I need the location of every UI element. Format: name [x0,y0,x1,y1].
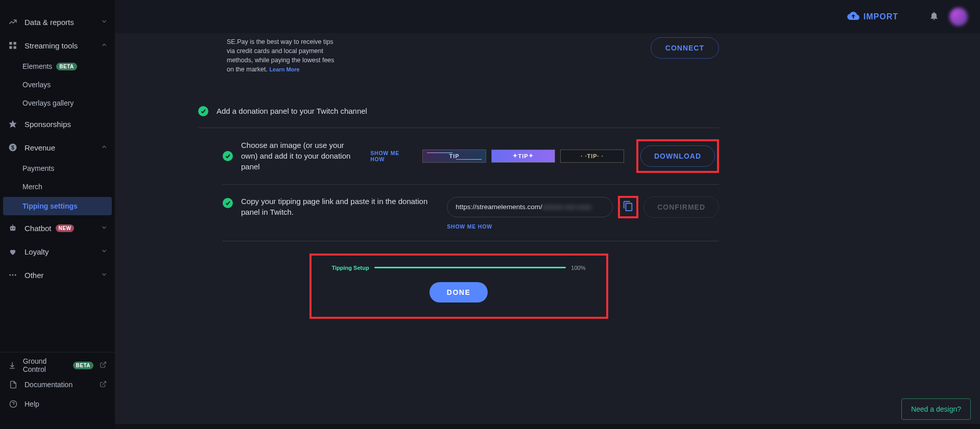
step-choose-image: Choose an image (or use your own) and ad… [198,128,719,184]
svg-line-16 [103,381,106,384]
sidebar-item-merch[interactable]: Merch [0,178,115,196]
external-link-icon [100,361,107,370]
label: Help [25,400,39,408]
check-circle-icon [223,151,233,161]
done-button[interactable]: DONE [429,282,488,302]
chevron-up-icon [101,41,108,50]
sidebar-item-elements[interactable]: Elements BETA [0,57,115,75]
step-description: Choose an image (or use your own) and ad… [241,140,354,172]
label: Chatbot [25,224,52,233]
step-description: Copy your tipping page link and paste it… [241,196,437,218]
show-me-how-link[interactable]: SHOW ME HOW [370,150,414,162]
svg-marker-4 [9,120,17,128]
step-title: Add a donation panel to your Twitch chan… [217,107,367,115]
label: Sponsorships [25,120,71,129]
svg-rect-3 [14,46,16,49]
tip-panel-options: TIP ✦ TIP ✦ · · TIP · · [422,149,624,163]
import-button[interactable]: IMPORT [847,10,898,24]
progress-percent: 100% [571,265,585,271]
beta-badge: BETA [73,362,93,369]
sidebar-item-payments[interactable]: Payments [0,159,115,178]
connect-button[interactable]: CONNECT [651,37,719,59]
progress-bar [374,267,566,268]
chevron-down-icon [101,247,108,256]
sepay-description: SE.Pay is the best way to receive tips v… [227,37,337,74]
chevron-down-icon [101,224,108,233]
svg-line-15 [103,362,106,365]
sidebar-item-tipping-settings[interactable]: Tipping settings [3,197,112,215]
dashboard-icon [7,40,18,51]
sidebar-item-overlays-gallery[interactable]: Overlays gallery [0,94,115,112]
label: Payments [22,164,54,172]
progress-row: Tipping Setup 100% [332,265,586,271]
dollar-icon: $ [7,142,18,153]
tip-panel-3[interactable]: · · TIP · · [560,149,624,163]
label: Tipping settings [22,202,78,210]
step-add-panel: Add a donation panel to your Twitch chan… [198,95,719,128]
sidebar-item-sponsorships[interactable]: Sponsorships [0,112,115,136]
done-highlight: Tipping Setup 100% DONE [309,254,608,319]
step-copy-link: Copy your tipping page link and paste it… [198,185,719,241]
copy-highlight [618,196,638,218]
sidebar-item-ground-control[interactable]: Ground Control BETA [0,356,115,375]
sidebar-bottom: Ground Control BETA Documentation Help [0,352,115,429]
svg-rect-1 [14,42,16,44]
header: IMPORT [115,0,980,33]
dots-icon [7,269,18,281]
star-icon [7,118,18,130]
robot-icon [7,222,18,234]
external-link-icon [100,381,107,389]
new-badge: NEW [56,224,75,232]
label: Elements [22,62,52,70]
sidebar-item-help[interactable]: Help [0,394,115,414]
bell-icon[interactable] [929,11,939,23]
copy-icon[interactable] [623,205,634,213]
learn-more-link[interactable]: Learn More [269,66,299,72]
svg-point-9 [13,228,14,229]
svg-rect-0 [9,42,12,44]
check-circle-icon [198,106,208,116]
chevron-down-icon [101,271,108,280]
heart-hand-icon [7,246,18,257]
check-circle-icon [223,198,233,208]
sidebar-item-streaming-tools[interactable]: Streaming tools [0,34,115,57]
sidebar-item-chatbot[interactable]: Chatbot NEW [0,216,115,240]
label: Merch [22,183,42,191]
beta-badge: BETA [56,63,77,70]
label: Data & reports [25,18,74,27]
need-design-button[interactable]: Need a design? [901,398,971,420]
cloud-upload-icon [847,10,859,24]
sidebar-item-revenue[interactable]: $ Revenue [0,136,115,159]
help-icon [8,399,18,409]
sidebar-item-other[interactable]: Other [0,263,115,287]
label: Overlays gallery [22,99,74,107]
svg-rect-7 [10,226,16,231]
label: Loyalty [25,247,49,256]
sidebar-item-overlays[interactable]: Overlays [0,75,115,94]
label: Revenue [25,143,55,152]
download-button[interactable]: DOWNLOAD [640,145,715,167]
confirmed-button: CONFIRMED [643,196,719,218]
avatar[interactable] [949,8,968,26]
svg-point-13 [15,274,16,276]
label: Other [25,271,44,280]
main-content: SE.Pay is the best way to receive tips v… [115,33,980,429]
svg-text:$: $ [11,144,14,150]
document-icon [8,380,18,390]
tip-panel-2[interactable]: ✦ TIP ✦ [491,149,555,163]
label: IMPORT [864,12,898,21]
svg-rect-2 [9,46,12,49]
label: Streaming tools [25,41,78,50]
svg-point-12 [12,274,14,276]
sidebar-item-loyalty[interactable]: Loyalty [0,240,115,263]
label: Documentation [25,381,73,389]
show-me-how-link[interactable]: SHOW ME HOW [447,223,719,230]
sidebar: Data & reports Streaming tools Elements … [0,0,115,429]
download-icon [8,360,17,370]
sepay-row: SE.Pay is the best way to receive tips v… [198,33,719,74]
svg-point-8 [11,228,12,229]
sidebar-item-data-reports[interactable]: Data & reports [0,10,115,34]
tip-panel-1[interactable]: TIP [422,149,486,163]
tipping-url-input[interactable]: https://streamelements.com/xxxxxx-xxx-xx… [447,197,613,217]
sidebar-item-documentation[interactable]: Documentation [0,375,115,394]
